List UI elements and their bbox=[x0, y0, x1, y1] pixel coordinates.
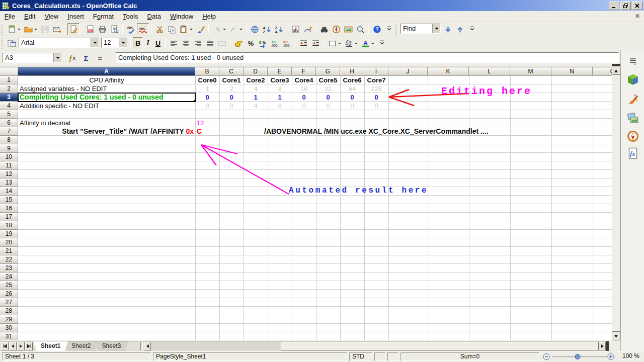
paste-dropdown-icon[interactable] bbox=[190, 29, 193, 32]
align-justify-icon[interactable] bbox=[204, 37, 216, 49]
cell-G3[interactable]: 0 bbox=[316, 93, 340, 102]
cell-H3[interactable]: 0 bbox=[340, 93, 364, 102]
close-button[interactable] bbox=[632, 2, 642, 10]
row-header-9[interactable]: 9 bbox=[0, 144, 18, 153]
number-standard-icon[interactable]: $% bbox=[257, 37, 269, 49]
export-pdf-icon[interactable]: PDF bbox=[84, 23, 96, 35]
row-header-2[interactable]: 2 bbox=[0, 84, 18, 93]
zoom-icon[interactable] bbox=[354, 23, 366, 35]
column-header-M[interactable]: M bbox=[510, 67, 551, 76]
sidebar-gallery-icon[interactable] bbox=[626, 111, 640, 125]
zoom-slider[interactable] bbox=[541, 352, 616, 361]
row-header-15[interactable]: 15 bbox=[0, 196, 18, 204]
cell-E2[interactable]: 8 bbox=[268, 84, 292, 93]
row-header-25[interactable]: 25 bbox=[0, 281, 18, 290]
cell-D3[interactable]: 1 bbox=[244, 93, 268, 102]
cell-A4[interactable]: Addition specific - NO EDIT bbox=[18, 102, 195, 110]
cell-B3[interactable]: 0 bbox=[195, 93, 219, 102]
cell-H1[interactable]: Core6 bbox=[340, 76, 364, 84]
cell-H4[interactable]: 0 bbox=[340, 102, 364, 110]
row-header-13[interactable]: 13 bbox=[0, 178, 18, 187]
undo-dropdown-icon[interactable] bbox=[223, 29, 226, 32]
redo-icon[interactable] bbox=[227, 23, 239, 35]
cell-C2[interactable]: 2 bbox=[219, 84, 244, 93]
row-header-26[interactable]: 26 bbox=[0, 290, 18, 298]
chart-icon[interactable] bbox=[289, 23, 301, 35]
sheet-tab-sheet3[interactable]: Sheet3 bbox=[94, 341, 128, 351]
font-color-icon[interactable]: A bbox=[359, 37, 371, 49]
function-wizard-icon[interactable]: ƒx bbox=[66, 52, 77, 63]
row-header-28[interactable]: 28 bbox=[0, 307, 18, 315]
number-percent-icon[interactable]: % bbox=[245, 37, 257, 49]
row-header-24[interactable]: 24 bbox=[0, 273, 18, 281]
row-header-12[interactable]: 12 bbox=[0, 170, 18, 178]
cell-A6[interactable]: Affinity in decimal bbox=[18, 119, 195, 127]
row-header-20[interactable]: 20 bbox=[0, 238, 18, 247]
column-header-L[interactable]: L bbox=[469, 67, 510, 76]
hscroll-right-icon[interactable] bbox=[599, 342, 606, 350]
format-paintbrush-icon[interactable] bbox=[194, 23, 206, 35]
cells-area[interactable]: CPU AffinityCore0Core1Core2Core3Core4Cor… bbox=[18, 76, 612, 340]
row-header-16[interactable]: 16 bbox=[0, 204, 18, 213]
cell-H2[interactable]: 64 bbox=[340, 84, 364, 93]
italic-button[interactable]: I bbox=[143, 37, 153, 49]
navigator-icon[interactable] bbox=[330, 23, 342, 35]
restore-button[interactable] bbox=[620, 2, 631, 10]
sidebar-functions-icon[interactable]: fx bbox=[626, 146, 640, 160]
find-replace-icon[interactable] bbox=[318, 23, 330, 35]
cell-F4[interactable]: 0 bbox=[292, 102, 316, 110]
page-preview-icon[interactable] bbox=[108, 23, 120, 35]
row-header-1[interactable]: 1 bbox=[0, 76, 18, 84]
open-folder-dropdown-icon[interactable] bbox=[34, 29, 37, 32]
align-left-icon[interactable] bbox=[168, 37, 180, 49]
cut-icon[interactable] bbox=[153, 23, 166, 35]
hscroll-track[interactable] bbox=[151, 342, 281, 350]
row-header-17[interactable]: 17 bbox=[0, 213, 18, 221]
row-header-11[interactable]: 11 bbox=[0, 161, 18, 170]
background-color-icon[interactable] bbox=[343, 37, 355, 49]
column-header-K[interactable]: K bbox=[428, 67, 469, 76]
auto-spellcheck-icon[interactable]: ABC bbox=[137, 23, 149, 35]
toolbar-grip[interactable] bbox=[2, 38, 4, 49]
toolbar-grip[interactable] bbox=[395, 24, 398, 35]
draw-functions-icon[interactable] bbox=[301, 23, 313, 35]
cell-C3[interactable]: 0 bbox=[219, 93, 244, 102]
row-header-30[interactable]: 30 bbox=[0, 324, 18, 332]
cell-D4[interactable]: 4 bbox=[244, 102, 268, 110]
edit-file-icon[interactable] bbox=[67, 23, 79, 35]
menu-tools[interactable]: Tools bbox=[118, 12, 142, 21]
document-close-icon[interactable]: ✕ bbox=[635, 13, 640, 20]
row-header-8[interactable]: 8 bbox=[0, 136, 18, 144]
row-header-18[interactable]: 18 bbox=[0, 221, 18, 230]
column-header-O[interactable]: O bbox=[593, 67, 612, 76]
sort-ascending-icon[interactable]: AZ bbox=[261, 23, 273, 35]
cell-F3[interactable]: 0 bbox=[292, 93, 316, 102]
find-dropdown-icon[interactable] bbox=[432, 24, 440, 33]
sidebar-properties-icon[interactable] bbox=[626, 73, 640, 87]
column-header-D[interactable]: D bbox=[244, 67, 268, 76]
font-size-dropdown-icon[interactable] bbox=[119, 38, 127, 47]
scroll-down-icon[interactable] bbox=[612, 332, 620, 340]
cell-B7[interactable]: C bbox=[195, 127, 219, 136]
increase-indent-icon[interactable] bbox=[309, 37, 321, 49]
name-box[interactable]: A3 bbox=[3, 53, 62, 63]
menu-format[interactable]: Format bbox=[89, 12, 118, 21]
menu-file[interactable]: File bbox=[0, 12, 20, 21]
column-header-F[interactable]: F bbox=[292, 67, 316, 76]
cell-B1[interactable]: Core0 bbox=[195, 76, 219, 84]
font-name-dropdown-icon[interactable] bbox=[91, 38, 99, 47]
row-header-7[interactable]: 7 bbox=[0, 127, 18, 136]
toolbar-options-icon[interactable] bbox=[383, 23, 395, 35]
redo-dropdown-icon[interactable] bbox=[239, 29, 243, 32]
cell-I2[interactable]: 128 bbox=[364, 84, 388, 93]
save-icon[interactable] bbox=[39, 23, 51, 35]
cell-C1[interactable]: Core1 bbox=[219, 76, 244, 84]
menu-help[interactable]: Help bbox=[198, 12, 220, 21]
row-header-19[interactable]: 19 bbox=[0, 230, 18, 238]
cell-I3[interactable]: 0 bbox=[364, 93, 388, 102]
horizontal-split-handle[interactable] bbox=[606, 341, 609, 351]
find-previous-icon[interactable] bbox=[454, 23, 466, 35]
number-currency-icon[interactable] bbox=[232, 37, 245, 49]
formula-input[interactable]: Completing Used Cores: 1 used - 0 unused bbox=[116, 52, 619, 63]
borders-dropdown-icon[interactable] bbox=[338, 43, 341, 46]
